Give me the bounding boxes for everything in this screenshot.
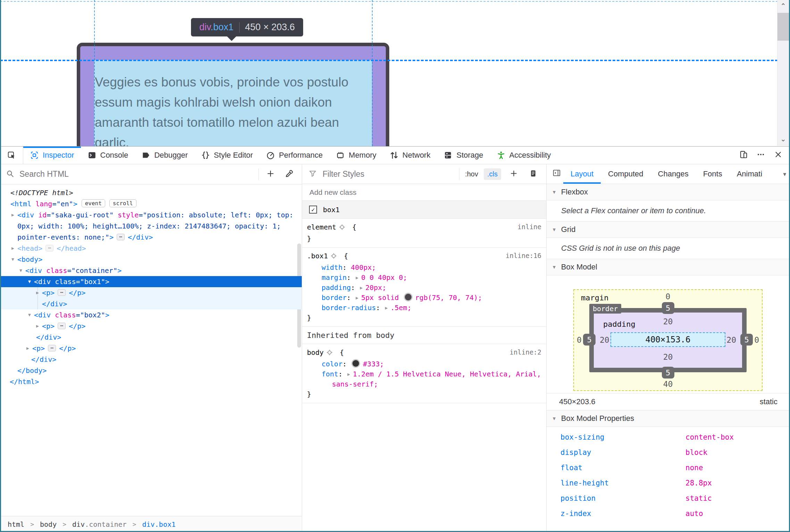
expand-arrow-icon[interactable]: ▶ xyxy=(34,287,41,298)
rule-source-link[interactable]: inline:16 xyxy=(506,252,541,259)
css-declaration[interactable]: padding: ▶20px; xyxy=(307,283,546,293)
rule-selector[interactable]: .box1 xyxy=(307,252,328,260)
breadcrumb-item[interactable]: div.box1 xyxy=(142,520,175,529)
markup-line[interactable]: <html lang="en">eventscroll xyxy=(0,198,302,209)
border-bottom-value[interactable]: 5 xyxy=(662,367,674,379)
inline-expander-icon[interactable]: ⋯ xyxy=(117,234,125,240)
expand-arrow-icon[interactable]: ▶ xyxy=(34,321,41,332)
add-node-button[interactable] xyxy=(264,167,277,181)
class-panel-toggle[interactable]: .cls xyxy=(484,168,501,180)
markup-line[interactable]: ▼<div class="container"> xyxy=(0,265,302,276)
tab-debugger[interactable]: Debugger xyxy=(135,147,194,164)
color-swatch[interactable] xyxy=(351,359,360,368)
tab-performance[interactable]: Performance xyxy=(259,147,329,164)
event-badge[interactable]: event xyxy=(82,199,105,207)
tab-memory[interactable]: Memory xyxy=(329,147,383,164)
collapse-arrow-icon[interactable]: ▼ xyxy=(9,254,17,265)
border-left-value[interactable]: 5 xyxy=(583,334,596,346)
inline-expander-icon[interactable]: ⋯ xyxy=(48,345,56,351)
box-model-content-box[interactable]: 400×153.6 xyxy=(610,332,725,347)
markup-line[interactable]: ▶<p>⋯</p> xyxy=(0,343,302,354)
markup-line-selected[interactable]: ▼<div class="box1"> xyxy=(0,276,302,287)
margin-right-value[interactable]: 0 xyxy=(754,335,759,344)
responsive-mode-button[interactable] xyxy=(737,148,750,162)
flexbox-section-header[interactable]: ▼ Flexbox xyxy=(547,184,790,200)
page-scrollbar[interactable]: ⌃ ⌄ xyxy=(777,0,789,146)
markup-line[interactable]: </html> xyxy=(0,376,302,387)
markup-line[interactable]: <!DOCTYPE html> xyxy=(0,187,302,198)
css-declaration[interactable]: font: ▶1.2em / 1.5 Helvetica Neue, Helve… xyxy=(307,369,546,379)
boxmodel-properties-header[interactable]: ▼ Box Model Properties xyxy=(547,410,790,427)
boxmodel-section-header[interactable]: ▼ Box Model xyxy=(547,259,790,275)
color-swatch[interactable] xyxy=(404,293,413,301)
property-name[interactable]: line-height xyxy=(560,475,685,491)
collapse-arrow-icon[interactable]: ▼ xyxy=(17,265,25,276)
margin-left-value[interactable]: 0 xyxy=(577,335,582,344)
sidebar-tab-changes[interactable]: Changes xyxy=(651,164,696,184)
box-model-margin-box[interactable]: margin border padding 400×153.6 0 5 20 0… xyxy=(573,289,763,391)
breadcrumb-item[interactable]: body xyxy=(40,520,57,529)
collapse-arrow-icon[interactable]: ▼ xyxy=(26,276,33,287)
css-declaration[interactable]: color: #333; xyxy=(307,359,546,369)
selector-highlighter-icon[interactable] xyxy=(338,223,346,234)
property-name[interactable]: z-index xyxy=(560,506,685,521)
css-declaration[interactable]: border-radius: ▶.5em; xyxy=(307,303,546,313)
expand-shorthand-icon[interactable]: ▶ xyxy=(385,305,388,310)
collapse-arrow-icon[interactable]: ▼ xyxy=(26,309,33,321)
markup-line[interactable]: </body> xyxy=(0,365,302,376)
markup-line[interactable]: </div> xyxy=(0,354,302,365)
css-declaration[interactable]: width: 400px; xyxy=(307,263,546,273)
markup-line[interactable]: ▼<div class="box2"> xyxy=(0,309,302,321)
expand-shorthand-icon[interactable]: ▶ xyxy=(347,372,350,377)
markup-line[interactable]: ▶<head>⋯</head> xyxy=(0,243,302,254)
print-simulation-button[interactable] xyxy=(526,167,540,181)
scroll-badge[interactable]: scroll xyxy=(109,199,136,207)
add-rule-button[interactable] xyxy=(507,167,521,181)
grid-section-header[interactable]: ▼ Grid xyxy=(547,222,790,238)
border-right-value[interactable]: 5 xyxy=(740,334,753,346)
tab-console[interactable]: Console xyxy=(81,147,135,164)
css-declaration[interactable]: border: ▶5px solid rgb(75, 70, 74); xyxy=(307,293,546,303)
markup-line[interactable]: </div> xyxy=(0,332,302,343)
close-devtools-button[interactable] xyxy=(771,148,785,162)
inline-expander-icon[interactable]: ⋯ xyxy=(45,245,53,251)
padding-right-value[interactable]: 20 xyxy=(726,335,736,344)
rule-source-link[interactable]: inline:2 xyxy=(509,348,541,356)
sidebar-tab-fonts[interactable]: Fonts xyxy=(696,164,730,184)
node-picker-button[interactable] xyxy=(0,147,23,164)
rule-source-link[interactable]: inline xyxy=(517,223,541,231)
rule-selector[interactable]: body xyxy=(307,348,324,357)
scroll-down-icon[interactable]: ⌄ xyxy=(777,133,789,145)
scroll-up-icon[interactable]: ⌃ xyxy=(777,0,789,12)
breadcrumb-item[interactable]: html xyxy=(8,520,24,529)
scrollbar-thumb[interactable] xyxy=(777,13,789,41)
padding-bottom-value[interactable]: 20 xyxy=(574,352,762,361)
markup-line[interactable]: ▶<div id="saka-gui-root" style="position… xyxy=(0,209,302,221)
property-name[interactable]: display xyxy=(560,445,685,460)
padding-top-value[interactable]: 20 xyxy=(574,317,762,326)
add-class-input[interactable]: Add new class xyxy=(302,184,546,201)
rule-selector[interactable]: element xyxy=(307,223,336,231)
expand-shorthand-icon[interactable]: ▶ xyxy=(360,285,363,290)
breadcrumb-item[interactable]: div.container xyxy=(72,520,127,529)
selector-highlighter-icon[interactable] xyxy=(330,252,338,263)
css-declaration[interactable]: margin: ▶0 0 40px 0; xyxy=(307,273,546,283)
border-top-value[interactable]: 5 xyxy=(662,302,674,314)
property-name[interactable]: position xyxy=(560,491,685,506)
pseudo-class-toggle[interactable]: :hov xyxy=(465,170,478,178)
expand-arrow-icon[interactable]: ▶ xyxy=(9,209,17,221)
markup-line[interactable]: pointer-events: none;">⋯</div> xyxy=(0,232,302,243)
eyedropper-button[interactable] xyxy=(282,167,296,181)
tab-storage[interactable]: Storage xyxy=(437,147,490,164)
selector-highlighter-icon[interactable] xyxy=(326,349,333,359)
tab-network[interactable]: Network xyxy=(383,147,437,164)
markup-line[interactable]: ▶<p>⋯</p> xyxy=(0,287,302,298)
devtools-menu-button[interactable] xyxy=(754,148,768,162)
sidebar-tab-layout[interactable]: Layout xyxy=(563,164,601,184)
markup-line[interactable]: </div> xyxy=(0,298,302,309)
margin-bottom-value[interactable]: 40 xyxy=(574,380,762,389)
expand-shorthand-icon[interactable]: ▶ xyxy=(356,295,358,300)
sidebar-tab-animati[interactable]: Animati xyxy=(730,164,770,184)
markup-line[interactable]: 0px; width: 100%; height…100%; z-index: … xyxy=(0,221,302,232)
tab-accessibility[interactable]: Accessibility xyxy=(490,147,558,164)
